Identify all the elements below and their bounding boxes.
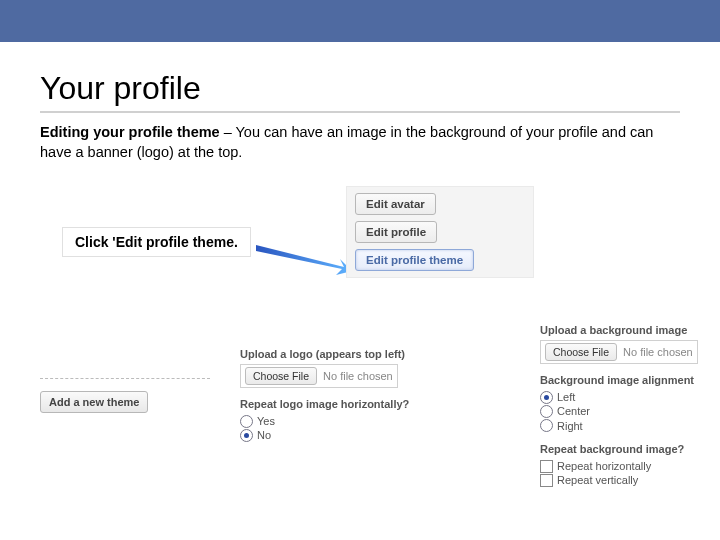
bg-image-column: Upload a background image Choose File No… xyxy=(540,324,710,487)
repeat-logo-yes-radio[interactable] xyxy=(240,415,253,428)
bg-align-left-radio[interactable] xyxy=(540,391,553,404)
repeat-logo-no-label: No xyxy=(257,428,271,442)
bg-repeat-v-checkbox[interactable] xyxy=(540,474,553,487)
bg-choose-file-button[interactable]: Choose File xyxy=(545,343,617,361)
logo-choose-file-button[interactable]: Choose File xyxy=(245,367,317,385)
bg-align-center-radio[interactable] xyxy=(540,405,553,418)
bg-file-picker: Choose File No file chosen xyxy=(540,340,710,364)
edit-avatar-button[interactable]: Edit avatar xyxy=(355,193,436,215)
repeat-logo-yes-label: Yes xyxy=(257,414,275,428)
callout-arrow xyxy=(256,245,352,281)
slide-description: Editing your profile theme – You can hav… xyxy=(40,123,680,162)
title-underline xyxy=(40,111,680,113)
logo-no-file-text: No file chosen xyxy=(323,370,393,382)
edit-profile-theme-button[interactable]: Edit profile theme xyxy=(355,249,474,271)
add-theme-column: Add a new theme xyxy=(40,378,210,413)
bg-align-center-label: Center xyxy=(557,404,590,418)
repeat-logo-label: Repeat logo image horizontally? xyxy=(240,398,470,410)
bg-image-label: Upload a background image xyxy=(540,324,710,336)
upload-logo-column: Upload a logo (appears top left) Choose … xyxy=(240,348,470,443)
slide-title: Your profile xyxy=(40,70,720,107)
bg-repeat-v-label: Repeat vertically xyxy=(557,473,638,487)
bg-align-left-label: Left xyxy=(557,390,575,404)
callout-box: Click 'Edit profile theme. xyxy=(62,227,251,257)
bg-repeat-h-checkbox[interactable] xyxy=(540,460,553,473)
repeat-logo-no-radio[interactable] xyxy=(240,429,253,442)
slide-accent-bar xyxy=(0,0,720,42)
bg-align-right-radio[interactable] xyxy=(540,419,553,432)
add-new-theme-button[interactable]: Add a new theme xyxy=(40,391,148,413)
svg-marker-0 xyxy=(256,245,352,275)
bg-align-right-label: Right xyxy=(557,419,583,433)
profile-panel: Edit avatar Edit profile Edit profile th… xyxy=(346,186,534,278)
bg-repeat-h-label: Repeat horizontally xyxy=(557,459,651,473)
logo-file-picker: Choose File No file chosen xyxy=(240,364,470,388)
edit-profile-button[interactable]: Edit profile xyxy=(355,221,437,243)
bg-no-file-text: No file chosen xyxy=(623,346,693,358)
description-lead: Editing your profile theme xyxy=(40,124,220,140)
upload-logo-label: Upload a logo (appears top left) xyxy=(240,348,470,360)
bg-alignment-label: Background image alignment xyxy=(540,374,710,386)
bg-repeat-label: Repeat background image? xyxy=(540,443,710,455)
